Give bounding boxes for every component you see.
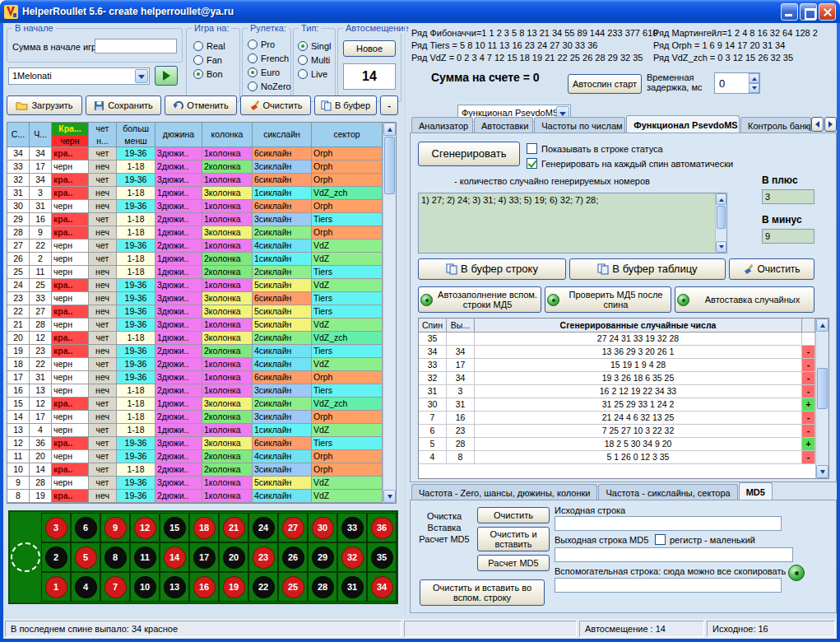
radio-real[interactable]: Real xyxy=(193,39,225,53)
scrollbar-thumb[interactable] xyxy=(817,368,828,409)
history-row[interactable]: 1923кра..неч19-362дюжи..2колонка4сиклайн… xyxy=(7,345,396,358)
spin-up-icon[interactable] xyxy=(749,73,759,83)
board-cell-26[interactable]: 26 xyxy=(278,542,308,572)
spin-row[interactable]: 303131 25 29 33 1 24 2+ xyxy=(419,398,828,412)
board-cell-8[interactable]: 8 xyxy=(100,542,130,572)
history-row[interactable]: 1014кра..чет1-182дюжи..2колонка3сиклайнO… xyxy=(7,463,396,477)
minimize-button[interactable] xyxy=(781,3,798,21)
generated-scrollbar[interactable] xyxy=(715,193,726,253)
history-row[interactable]: 3031черннеч19-363дюжи..1колонка6сиклайнO… xyxy=(7,200,396,213)
history-scrollbar[interactable] xyxy=(383,123,396,503)
buffer-line-button[interactable]: В буфер строку xyxy=(418,258,566,280)
history-row[interactable]: 262чернчет1-181дюжи..2колонка1сиклайнVdZ xyxy=(7,253,396,266)
radio-bon[interactable]: Bon xyxy=(193,67,225,81)
delay-spinner[interactable] xyxy=(749,73,759,93)
board-cell-14[interactable]: 14 xyxy=(160,542,189,572)
board-cell-23[interactable]: 23 xyxy=(248,542,278,572)
history-row[interactable]: 289кра..неч1-181дюжи..3колонка2сиклайнOr… xyxy=(7,226,396,240)
board-cell-22[interactable]: 22 xyxy=(248,572,278,602)
tab-scroll-left-icon[interactable] xyxy=(811,117,824,132)
radio-fan[interactable]: Fan xyxy=(193,53,225,67)
history-row[interactable]: 1512кра..чет1-181дюжи..3колонка2сиклайнV… xyxy=(7,398,396,411)
history-row[interactable]: 1613черннеч1-182дюжи..1колонка3сиклайнTi… xyxy=(7,384,396,398)
spin-row[interactable]: 3527 24 31 33 19 32 28 xyxy=(419,333,828,346)
board-cell-20[interactable]: 20 xyxy=(219,542,248,572)
board-cell-15[interactable]: 15 xyxy=(160,513,189,542)
history-row[interactable]: 2722чернчет19-362дюжи..1колонка4сиклайнV… xyxy=(7,240,396,253)
close-button[interactable] xyxy=(819,3,836,21)
check-md5-button[interactable]: Проверить МД5 после спина xyxy=(545,286,671,313)
generated-numbers-area[interactable]: 1) 27; 2) 24; 3) 31; 4) 33; 5) 19; 6) 32… xyxy=(418,193,727,254)
board-cell-18[interactable]: 18 xyxy=(189,513,219,542)
board-cell-6[interactable]: 6 xyxy=(71,513,100,542)
scroll-up-icon[interactable] xyxy=(816,319,828,332)
history-row[interactable]: 2333черннеч19-363дюжи..3колонка6сиклайнT… xyxy=(7,292,396,305)
md5-clear-button[interactable]: Очистить xyxy=(477,507,550,523)
board-cell-31[interactable]: 31 xyxy=(337,572,367,602)
board-cell-2[interactable]: 2 xyxy=(41,542,71,572)
clear-generated-button[interactable]: Очистить xyxy=(729,258,814,280)
buffer-button[interactable]: В буфер xyxy=(314,95,377,115)
board-cell-16[interactable]: 16 xyxy=(189,572,219,602)
history-row[interactable]: 928чернчет19-363дюжи..1колонка5сиклайнVd… xyxy=(7,477,396,490)
generate-button[interactable]: Сгенерировать xyxy=(418,142,520,166)
history-row[interactable]: 313кра..неч1-181дюжи..3колонка1сиклайнVd… xyxy=(7,187,396,200)
history-row[interactable]: 2511черннеч1-181дюжи..2колонка2сиклайнTi… xyxy=(7,266,396,279)
board-cell-13[interactable]: 13 xyxy=(160,572,189,602)
history-row[interactable]: 819кра..неч19-362дюжи..1колонка4сиклайнV… xyxy=(7,490,396,503)
history-row[interactable]: 2916кра..чет1-182дюжи..1колонка3сиклайнT… xyxy=(7,213,396,226)
board-cell-24[interactable]: 24 xyxy=(248,513,278,542)
md5-clear-paste-aux-button[interactable]: Очистить и вставить во вспом. строку xyxy=(420,579,545,606)
spin-down-icon[interactable] xyxy=(749,83,759,93)
board-cell-32[interactable]: 32 xyxy=(337,542,367,572)
radio-french[interactable]: French xyxy=(248,51,291,65)
board-cell-7[interactable]: 7 xyxy=(100,572,130,602)
chevron-down-icon[interactable] xyxy=(135,69,148,83)
board-cell-9[interactable]: 9 xyxy=(100,513,130,542)
board-cell-10[interactable]: 10 xyxy=(130,572,160,602)
board-cell-11[interactable]: 11 xyxy=(130,542,160,572)
board-cell-33[interactable]: 33 xyxy=(337,513,367,542)
tab-frequencies[interactable]: Частоты по числам xyxy=(534,117,625,133)
play-button[interactable] xyxy=(155,66,178,86)
scroll-up-icon[interactable] xyxy=(716,193,726,205)
undo-button[interactable]: Отменить xyxy=(165,95,237,115)
board-cell-19[interactable]: 19 xyxy=(219,572,248,602)
board-cell-5[interactable]: 5 xyxy=(71,542,100,572)
radio-live[interactable]: Live xyxy=(298,67,331,81)
board-cell-27[interactable]: 27 xyxy=(278,513,308,542)
scroll-up-icon[interactable] xyxy=(383,123,396,136)
auto-generate-checkbox[interactable]: Генерировать на каждый спин автоматическ… xyxy=(527,158,733,169)
minus-button[interactable]: - xyxy=(380,95,398,115)
history-row[interactable]: 3234кра..чет19-363дюжи..1колонка6сиклайн… xyxy=(7,174,396,187)
autobet-random-button[interactable]: Автоставка случайных xyxy=(675,286,814,313)
radio-pro[interactable]: Pro xyxy=(248,37,291,51)
spin-row[interactable]: 343413 36 29 3 20 26 1- xyxy=(419,346,828,359)
load-button[interactable]: Загрузить xyxy=(7,95,82,115)
history-row[interactable]: 1236кра..чет19-363дюжи..3колонка6сиклайн… xyxy=(7,437,396,450)
history-row[interactable]: 2012кра..чет1-181дюжи..3колонка2сиклайнV… xyxy=(7,332,396,345)
scroll-down-icon[interactable] xyxy=(716,241,726,253)
md5-calc-button[interactable]: Расчет MD5 xyxy=(477,555,550,571)
spin-row[interactable]: 331715 19 1 9 4 28- xyxy=(419,359,828,372)
board-cell-30[interactable]: 30 xyxy=(308,513,337,542)
tab-autobets[interactable]: Автоставки xyxy=(474,117,533,133)
history-row[interactable]: 1822чернчет19-362дюжи..1колонка4сиклайнV… xyxy=(7,358,396,371)
history-row[interactable]: 2425кра..неч19-363дюжи..1колонка5сиклайн… xyxy=(7,279,396,292)
scrollbar-thumb[interactable] xyxy=(717,206,726,229)
tab-bankroll[interactable]: Контроль банкролла xyxy=(740,117,811,133)
radio-nozero[interactable]: NoZero xyxy=(248,79,291,93)
tab-analyzer[interactable]: Анализатор xyxy=(411,117,473,133)
start-sum-input[interactable] xyxy=(95,39,177,54)
tab-md5[interactable]: MD5 xyxy=(739,482,773,500)
clear-button[interactable]: Очистить xyxy=(240,95,311,115)
new-button[interactable]: Новое xyxy=(343,40,396,57)
preset-combo[interactable]: 1Melonati xyxy=(8,67,150,85)
radio-singl[interactable]: Singl xyxy=(298,39,331,53)
aux-string-input[interactable] xyxy=(555,578,782,593)
history-row[interactable]: 1120чернчет19-362дюжи..2колонка4сиклайнO… xyxy=(7,450,396,463)
board-cell-12[interactable]: 12 xyxy=(130,513,160,542)
scrollbar-thumb[interactable] xyxy=(384,137,395,194)
buffer-table-button[interactable]: В буфер таблицу xyxy=(569,258,726,280)
history-row[interactable]: 3317черннеч1-182дюжи..2колонка3сиклайнOr… xyxy=(7,160,396,174)
